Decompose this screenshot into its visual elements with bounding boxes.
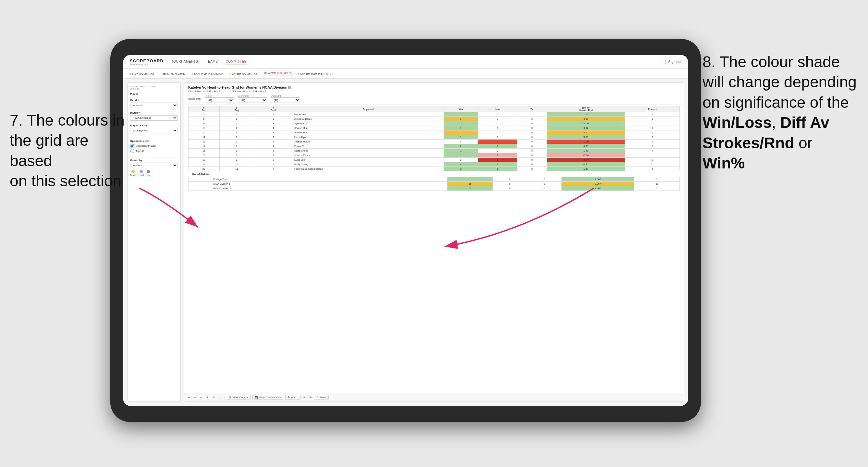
legend-row: Down Level Up (130, 170, 178, 176)
opponent-filter: Opponent (All) (271, 95, 300, 103)
tablet-frame: SCOREBOARD Powered by clippd TOURNAMENTS… (110, 39, 701, 422)
table-row: 9 1 4 Sharon Mun 1 0 0 3.67 3 (188, 126, 680, 130)
table-row: 3 1 1 Esther Lee 1 0 1 1.50 4 (188, 112, 680, 117)
sign-out-link[interactable]: Sign out (668, 59, 681, 65)
nav-right: ·| Sign out (664, 59, 681, 65)
col-rounds: Rounds (625, 106, 680, 112)
col-win: Win (444, 106, 478, 112)
top-nav: SCOREBOARD Powered by clippd TOURNAMENTS… (123, 55, 688, 69)
out-division-label: Out of division (188, 172, 680, 176)
table-scroll-area[interactable]: #Div #Reg #Conf Opponent Win Loss Tie Di… (184, 104, 684, 393)
legend-level: Level (138, 170, 144, 176)
nav-link-tournaments[interactable]: TOURNAMENTS (171, 58, 198, 65)
save-custom-button[interactable]: 💾 Save Custom View (252, 395, 283, 400)
colour-section: Colour by Win/loss (130, 159, 178, 168)
table-row: 14 7 4 Eunice Yi 2 2 0 0.38 9 (188, 144, 680, 149)
sub-nav-player-summary[interactable]: PLAYER SUMMARY (229, 71, 258, 76)
grid-button[interactable]: ⊞ (309, 395, 313, 400)
bottom-toolbar: ↩ ↪ ↩ ⊞ ⊡· ↻ ⊞ View: Original 💾 Save Cus… (184, 393, 684, 401)
table-row: 15 8 5 Stella Cheng 1 0 0 1.25 4 (188, 149, 680, 153)
out-division-table: Foreign Team 1 0 0 4.500 2 NAIA Division… (188, 177, 680, 191)
radio-group: Opponents Played Top 100 (130, 144, 178, 153)
tablet-screen: SCOREBOARD Powered by clippd TOURNAMENTS… (123, 55, 688, 406)
region-select[interactable]: (All) (205, 97, 234, 103)
table-row: 19 10 6 Emily Chang 4 1 0 0.30 11 (188, 162, 680, 167)
sub-nav: TEAM SUMMARY TEAM H2H GRID TEAM H2H HEAT… (123, 69, 688, 79)
col-reg: #Reg (219, 106, 254, 112)
redo-button[interactable]: ↪ (193, 395, 197, 400)
table-row: Foreign Team 1 0 0 4.500 2 (188, 177, 680, 182)
filter-row: Opponents: Region (All) Conference (All) (188, 95, 680, 103)
division-section: Division NCAA Division III (130, 111, 178, 121)
view-original-button[interactable]: ⊞ View: Original (227, 395, 250, 400)
toolbar-sep-1 (224, 395, 225, 400)
table-row: NAIA Division 1 15 0 0 9.267 30 (188, 182, 680, 186)
nav-link-committee[interactable]: COMMITTEE (225, 58, 247, 65)
opponent-view-label: Opponent view (130, 139, 178, 143)
division-label: Division (130, 111, 178, 114)
table-row: 10 6 3 Andrea York 2 0 0 4.00 4 (188, 130, 680, 135)
records-row: Overall Record: 353 - 34 - 6 Division Re… (188, 90, 680, 93)
more-button[interactable]: ⊡· (212, 395, 216, 400)
player-label: Player (130, 93, 178, 95)
player-section: Player (130, 93, 178, 95)
conference-select[interactable]: (All) (238, 97, 267, 103)
logo-sub: Powered by clippd (130, 63, 163, 66)
opponent-select[interactable]: (All) (271, 97, 300, 103)
nav-links: TOURNAMENTS TEAMS COMMITTEE (171, 58, 664, 65)
refresh-button[interactable]: ↻ (218, 395, 223, 400)
division-select[interactable]: NCAA Division III (130, 115, 178, 121)
sub-nav-player-h2h-grid[interactable]: PLAYER H2H GRID (264, 71, 292, 76)
sub-nav-team-h2h-heatmap[interactable]: TEAM H2H HEATMAP (192, 71, 223, 76)
col-div: #Div (188, 106, 220, 112)
save-icon: 💾 (255, 396, 258, 399)
copy-button[interactable]: ⊞ (206, 395, 210, 400)
gender-label: Gender (130, 99, 178, 101)
forward-button[interactable]: ↩ (199, 395, 204, 400)
table-header-row: #Div #Reg #Conf Opponent Win Loss Tie Di… (188, 106, 680, 112)
table-row: 20 11 7 Federica Domecq Lacroze 2 1 0 1.… (188, 167, 680, 172)
undo-button[interactable]: ↩ (187, 395, 191, 400)
watch-icon: 👁 (287, 396, 290, 399)
annotation-right: 8. The colour shade will change dependin… (703, 52, 858, 173)
gender-section: Gender Women's (130, 99, 178, 108)
share-icon: ⤴ (317, 396, 318, 399)
bold-win-pct: Win% (703, 154, 745, 172)
expand-button[interactable]: ⊡ (303, 395, 307, 400)
region-filter: Region (All) (205, 95, 234, 103)
grid-header: Katelyn Vo Head-to-Head Grid for Women's… (184, 83, 684, 104)
sub-nav-team-h2h-grid[interactable]: TEAM H2H GRID (161, 71, 185, 76)
conference-filter: Conference (All) (238, 95, 267, 103)
colour-by-label: Colour by (130, 159, 178, 162)
gender-select[interactable]: Women's (130, 102, 178, 108)
sub-nav-player-h2h-heatmap[interactable]: PLAYER H2H HEATMAP (298, 71, 333, 76)
nav-link-teams[interactable]: TEAMS (206, 58, 218, 65)
col-opponent: Opponent (293, 106, 443, 112)
logo-area: SCOREBOARD Powered by clippd (130, 58, 163, 66)
player-rank-label: Player (Rank) (130, 124, 178, 127)
table-row: 16 1 1 Jessica Mason 1 2 0 -0.94 (188, 153, 680, 158)
radio-opponents-played[interactable]: Opponents Played (130, 144, 178, 148)
main-content: Last Updated: 27/03/2024 16:55:38 Player… (123, 79, 688, 406)
bold-win-loss: Win/Loss (703, 114, 772, 131)
radio-top100[interactable]: Top 100 (130, 149, 178, 153)
table-row: 11 1 1 Heejo Hyun 1 0 0 3.33 3 (188, 135, 680, 139)
grid-title: Katelyn Vo Head-to-Head Grid for Women's… (188, 85, 680, 89)
player-rank-section: Player (Rank) 8. Katelyn Vo (130, 124, 178, 133)
division-record: Division Record: 331 - 34 - 6 (233, 90, 266, 93)
table-row: 13 1 1 Jessica Huang 0 1 0 -3.00 2 (188, 139, 680, 144)
right-content: Katelyn Vo Head-to-Head Grid for Women's… (184, 83, 684, 402)
colour-by-select[interactable]: Win/loss (130, 163, 178, 168)
overall-record: Overall Record: 353 - 34 - 6 (188, 90, 220, 93)
sub-nav-team-summary[interactable]: TEAM SUMMARY (130, 71, 155, 76)
view-icon: ⊞ (229, 396, 231, 399)
col-diff: Diff AvStrokes/Rnd (547, 106, 625, 112)
player-rank-select[interactable]: 8. Katelyn Vo (130, 128, 178, 133)
share-button[interactable]: ⤴ Share (315, 395, 329, 400)
opponents-label: Opponents: (188, 97, 201, 100)
table-row: 18 2 2 Euna Lee 0 1 0 -5.00 2 (188, 158, 680, 162)
nav-pipe: ·| (664, 60, 665, 64)
watch-button[interactable]: 👁 Watch (285, 395, 301, 400)
col-tie: Tie (517, 106, 547, 112)
legend-level-dot (140, 170, 143, 173)
